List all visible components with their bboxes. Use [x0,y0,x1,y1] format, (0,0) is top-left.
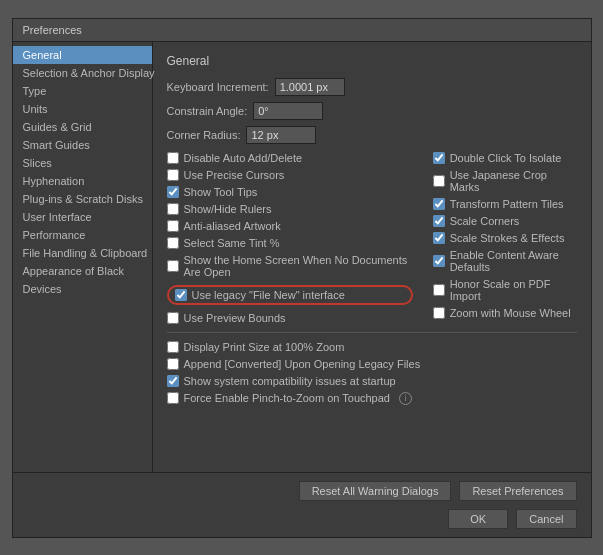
dialog-title: Preferences [13,19,591,42]
corner-radius-row: Corner Radius: [167,126,577,144]
checkbox-right-5[interactable]: Enable Content Aware Defaults [433,249,577,273]
sidebar-item-8[interactable]: Plug-ins & Scratch Disks [13,190,152,208]
ok-button[interactable]: OK [448,509,508,529]
footer-row1: Reset All Warning Dialogs Reset Preferen… [27,481,577,501]
checkbox-left-8[interactable]: Use Preview Bounds [167,312,413,324]
checkbox-bottom-0[interactable]: Display Print Size at 100% Zoom [167,341,577,353]
constrain-angle-input[interactable] [253,102,323,120]
sidebar-item-4[interactable]: Guides & Grid [13,118,152,136]
constrain-angle-row: Constrain Angle: [167,102,577,120]
keyboard-increment-row: Keyboard Increment: [167,78,577,96]
sidebar-item-9[interactable]: User Interface [13,208,152,226]
footer-row2: OK Cancel [27,509,577,529]
sidebar-item-3[interactable]: Units [13,100,152,118]
dialog-footer: Reset All Warning Dialogs Reset Preferen… [13,472,591,537]
sidebar-item-10[interactable]: Performance [13,226,152,244]
checkbox-left-6[interactable]: Show the Home Screen When No Documents A… [167,254,413,278]
checkbox-left-3[interactable]: Show/Hide Rulers [167,203,413,215]
sidebar: GeneralSelection & Anchor DisplayTypeUni… [13,42,153,472]
checkbox-right-6[interactable]: Honor Scale on PDF Import [433,278,577,302]
checkbox-bottom-2[interactable]: Show system compatibility issues at star… [167,375,577,387]
sidebar-item-5[interactable]: Smart Guides [13,136,152,154]
checkbox-col-left: Disable Auto Add/DeleteUse Precise Curso… [167,152,413,324]
sidebar-item-11[interactable]: File Handling & Clipboard [13,244,152,262]
checkbox-right-7[interactable]: Zoom with Mouse Wheel [433,307,577,319]
checkbox-right-2[interactable]: Transform Pattern Tiles [433,198,577,210]
checkbox-bottom-1[interactable]: Append [Converted] Upon Opening Legacy F… [167,358,577,370]
sidebar-item-1[interactable]: Selection & Anchor Display [13,64,152,82]
divider [167,332,577,333]
corner-radius-label: Corner Radius: [167,129,241,141]
cancel-button[interactable]: Cancel [516,509,576,529]
reset-preferences-button[interactable]: Reset Preferences [459,481,576,501]
sidebar-item-6[interactable]: Slices [13,154,152,172]
checkboxes-area: Disable Auto Add/DeleteUse Precise Curso… [167,152,577,324]
section-title: General [167,54,577,68]
dialog-body: GeneralSelection & Anchor DisplayTypeUni… [13,42,591,472]
sidebar-item-12[interactable]: Appearance of Black [13,262,152,280]
keyboard-increment-input[interactable] [275,78,345,96]
sidebar-item-13[interactable]: Devices [13,280,152,298]
corner-radius-input[interactable] [246,126,316,144]
checkbox-left-1[interactable]: Use Precise Cursors [167,169,413,181]
sidebar-item-2[interactable]: Type [13,82,152,100]
checkbox-left-highlighted-7[interactable]: Use legacy "File New" interface [167,285,413,305]
checkbox-left-5[interactable]: Select Same Tint % [167,237,413,249]
bottom-checkboxes: Display Print Size at 100% ZoomAppend [C… [167,341,577,405]
checkbox-right-1[interactable]: Use Japanese Crop Marks [433,169,577,193]
constrain-angle-label: Constrain Angle: [167,105,248,117]
checkbox-right-4[interactable]: Scale Strokes & Effects [433,232,577,244]
keyboard-increment-label: Keyboard Increment: [167,81,269,93]
checkbox-left-4[interactable]: Anti-aliased Artwork [167,220,413,232]
checkbox-left-2[interactable]: Show Tool Tips [167,186,413,198]
checkbox-bottom-3[interactable]: Force Enable Pinch-to-Zoom on Touchpadi [167,392,577,405]
preferences-dialog: Preferences GeneralSelection & Anchor Di… [12,18,592,538]
checkbox-left-0[interactable]: Disable Auto Add/Delete [167,152,413,164]
reset-warning-button[interactable]: Reset All Warning Dialogs [299,481,452,501]
checkbox-right-3[interactable]: Scale Corners [433,215,577,227]
sidebar-item-0[interactable]: General [13,46,152,64]
checkbox-right-0[interactable]: Double Click To Isolate [433,152,577,164]
checkbox-col-right: Double Click To IsolateUse Japanese Crop… [433,152,577,324]
main-content: General Keyboard Increment: Constrain An… [153,42,591,472]
info-icon-3[interactable]: i [399,392,412,405]
sidebar-item-7[interactable]: Hyphenation [13,172,152,190]
